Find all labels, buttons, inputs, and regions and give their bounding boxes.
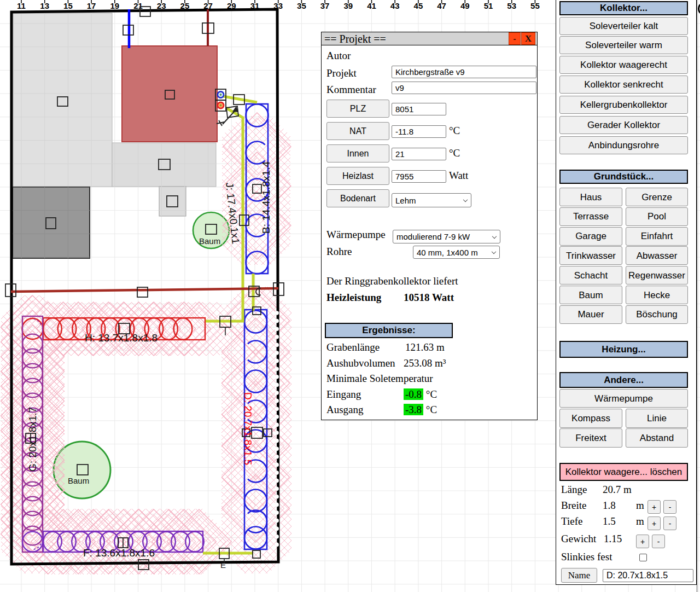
svg-text:47: 47 xyxy=(437,1,446,10)
svg-text:51: 51 xyxy=(484,1,493,10)
svg-text:D: 20.7x1.8x1.5: D: 20.7x1.8x1.5 xyxy=(242,392,254,465)
svg-text:H: 13.7x1.8x1.8: H: 13.7x1.8x1.8 xyxy=(85,332,158,344)
svg-text:13: 13 xyxy=(40,1,49,10)
svg-text:41: 41 xyxy=(367,1,376,10)
svg-text:37: 37 xyxy=(320,1,330,10)
svg-text:39: 39 xyxy=(343,1,353,10)
svg-text:Baum: Baum xyxy=(199,236,220,246)
svg-text:15: 15 xyxy=(63,1,73,10)
svg-text:B: 14.4x1.8x1.4: B: 14.4x1.8x1.4 xyxy=(260,161,272,234)
svg-text:21: 21 xyxy=(133,1,143,10)
svg-text:55: 55 xyxy=(530,1,540,10)
svg-text:23: 23 xyxy=(157,1,166,10)
svg-text:49: 49 xyxy=(460,1,470,10)
svg-text:43: 43 xyxy=(390,1,400,10)
svg-text:19: 19 xyxy=(110,1,119,10)
svg-text:11: 11 xyxy=(17,1,26,10)
svg-text:G: 20x1.8x1.7: G: 20x1.8x1.7 xyxy=(27,407,38,472)
svg-text:35: 35 xyxy=(297,1,306,10)
svg-text:17: 17 xyxy=(87,1,96,10)
svg-text:F: 13.6x1.8x1.6: F: 13.6x1.8x1.6 xyxy=(83,547,155,559)
svg-text:45: 45 xyxy=(414,1,423,10)
svg-text:53: 53 xyxy=(507,1,516,10)
svg-text:E: E xyxy=(220,560,226,570)
svg-text:Baum: Baum xyxy=(68,476,89,485)
